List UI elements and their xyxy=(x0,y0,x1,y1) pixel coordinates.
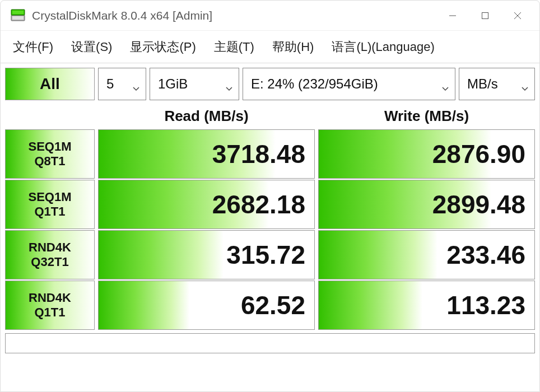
test-count-select[interactable]: 5 xyxy=(98,68,146,100)
run-test-button[interactable]: RND4KQ1T1 xyxy=(5,281,95,330)
status-bar xyxy=(5,333,535,353)
app-icon xyxy=(11,8,25,23)
run-all-button[interactable]: All xyxy=(5,68,95,100)
read-value-cell: 3718.48 xyxy=(98,129,315,179)
read-value-cell: 315.72 xyxy=(98,230,315,279)
write-value: 2899.48 xyxy=(432,189,525,220)
read-value-cell: 62.52 xyxy=(98,281,315,330)
read-value: 62.52 xyxy=(241,290,305,320)
test-name-line1: RND4K xyxy=(29,291,71,305)
chevron-down-icon xyxy=(521,80,529,88)
run-all-label: All xyxy=(40,75,60,93)
read-bar xyxy=(99,231,224,279)
write-value: 113.23 xyxy=(446,290,525,320)
drive-select[interactable]: E: 24% (232/954GiB) xyxy=(243,68,455,100)
write-value-cell: 2899.48 xyxy=(318,180,535,229)
maximize-button[interactable] xyxy=(469,1,501,30)
header-spacer xyxy=(5,104,95,128)
run-test-button[interactable]: SEQ1MQ8T1 xyxy=(5,129,95,179)
titlebar: CrystalDiskMark 8.0.4 x64 [Admin] xyxy=(1,1,539,31)
test-name-line2: Q1T1 xyxy=(34,204,65,219)
menu-file[interactable]: 文件(F) xyxy=(4,31,62,63)
svg-rect-5 xyxy=(482,12,488,18)
write-bar xyxy=(319,231,437,279)
write-value-cell: 113.23 xyxy=(318,281,535,330)
menu-settings[interactable]: 设置(S) xyxy=(62,31,121,63)
write-bar xyxy=(319,281,422,329)
test-size-select[interactable]: 1GiB xyxy=(150,68,239,100)
test-size-value: 1GiB xyxy=(158,76,220,92)
test-row: SEQ1MQ8T13718.482876.90 xyxy=(5,129,535,179)
read-value-cell: 2682.18 xyxy=(98,180,315,229)
window-title: CrystalDiskMark 8.0.4 x64 [Admin] xyxy=(32,9,436,22)
read-value: 3718.48 xyxy=(212,139,305,169)
write-value-cell: 2876.90 xyxy=(318,129,535,179)
test-name-line1: SEQ1M xyxy=(28,190,71,204)
test-name-line1: SEQ1M xyxy=(28,139,71,154)
test-name-line2: Q32T1 xyxy=(31,255,68,269)
svg-rect-1 xyxy=(12,16,24,20)
drive-value: E: 24% (232/954GiB) xyxy=(251,76,436,92)
menu-display[interactable]: 显示状态(P) xyxy=(121,31,204,63)
test-name-line2: Q8T1 xyxy=(34,154,65,169)
menubar: 文件(F) 设置(S) 显示状态(P) 主题(T) 帮助(H) 语言(L)(La… xyxy=(1,31,539,63)
run-test-button[interactable]: SEQ1MQ1T1 xyxy=(5,180,95,229)
svg-rect-3 xyxy=(12,11,24,14)
test-name-line1: RND4K xyxy=(29,240,71,255)
header-write: Write (MB/s) xyxy=(318,104,535,128)
chevron-down-icon xyxy=(441,80,449,88)
unit-select[interactable]: MB/s xyxy=(459,68,535,100)
test-row: SEQ1MQ1T12682.182899.48 xyxy=(5,180,535,229)
menu-help[interactable]: 帮助(H) xyxy=(263,31,323,63)
read-value: 315.72 xyxy=(226,240,305,270)
run-test-button[interactable]: RND4KQ32T1 xyxy=(5,230,95,279)
test-row: RND4KQ32T1315.72233.46 xyxy=(5,230,535,279)
read-value: 2682.18 xyxy=(212,189,305,220)
test-name-line2: Q1T1 xyxy=(34,305,65,320)
write-value-cell: 233.46 xyxy=(318,230,535,279)
chevron-down-icon xyxy=(225,80,233,88)
write-value: 2876.90 xyxy=(432,139,525,169)
menu-theme[interactable]: 主题(T) xyxy=(205,31,263,63)
read-bar xyxy=(99,281,189,329)
header-read: Read (MB/s) xyxy=(98,104,315,128)
minimize-button[interactable] xyxy=(436,1,469,30)
chevron-down-icon xyxy=(132,80,140,88)
test-row: RND4KQ1T162.52113.23 xyxy=(5,281,535,330)
unit-value: MB/s xyxy=(467,76,515,92)
close-button[interactable] xyxy=(501,1,534,30)
menu-language[interactable]: 语言(L)(Language) xyxy=(323,31,443,63)
test-count-value: 5 xyxy=(106,76,127,92)
write-value: 233.46 xyxy=(446,240,525,270)
